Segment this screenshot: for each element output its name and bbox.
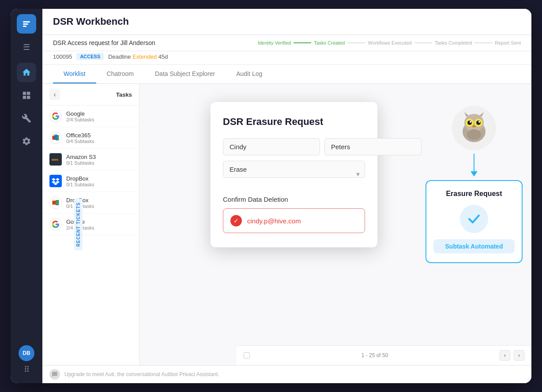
page-header: DSR Workbench [42, 9, 531, 35]
content-right: DSR Erasure Request Erase ▾ Confirm Data… [139, 84, 531, 365]
svg-marker-12 [464, 112, 469, 117]
tab-chatroom[interactable]: Chatroom [96, 65, 144, 83]
pagination-nav: ‹ › [500, 350, 524, 361]
arrow-head [470, 171, 478, 177]
google-icon-2 [49, 218, 62, 230]
email-check-icon: ✓ [230, 215, 242, 226]
tabs-bar: Worklist Chatroom Data Subject Explorer … [42, 65, 531, 84]
task-info-dropbox-1: DropBox 0/1 Subtasks [66, 175, 94, 187]
svg-rect-1 [23, 21, 30, 23]
task-info-amazon: Amazon S3 0/1 Subtasks [66, 154, 96, 166]
svg-point-17 [476, 121, 481, 125]
recent-tickets-label: RECENT TICKETS [74, 199, 83, 250]
main-panel: RECENT TICKETS ‹ Tasks Google 2/4 Subtas… [42, 84, 531, 365]
user-avatar[interactable]: DB [19, 345, 34, 361]
action-select-wrapper: Erase ▾ [223, 161, 365, 187]
dsr-id-bar: 100095 ACCESS Deadline Extended 45d [42, 51, 531, 65]
checkbox-1[interactable] [244, 352, 250, 358]
aws-icon: aws [49, 153, 62, 166]
tab-data-subject[interactable]: Data Subject Explorer [144, 65, 226, 83]
step-line-2 [347, 42, 365, 43]
action-select[interactable]: Erase [223, 161, 365, 178]
checkboxes [244, 352, 250, 358]
step-workflows: Workflows Executed [368, 40, 411, 45]
modal-area: DSR Erasure Request Erase ▾ Confirm Data… [210, 102, 523, 263]
step-line-3 [414, 42, 432, 43]
owl-and-box: Erasure Request Subtask Automated [425, 106, 523, 263]
dsr-request-bar: DSR Access request for Jill Anderson Ide… [42, 35, 531, 51]
last-name-input[interactable] [324, 138, 422, 155]
chat-bubble-icon [49, 369, 60, 380]
more-options-icon[interactable]: ⠿ [24, 365, 30, 374]
erasure-modal-title: DSR Erasure Request [223, 116, 365, 128]
erasure-modal: DSR Erasure Request Erase ▾ Confirm Data… [210, 102, 378, 248]
access-badge: ACCESS [76, 53, 104, 60]
tasks-title: Tasks [116, 91, 132, 98]
sidebar-nav [17, 63, 36, 345]
tasks-header: ‹ Tasks [42, 84, 139, 106]
erasure-box-title: Erasure Request [446, 190, 502, 198]
svg-point-18 [470, 121, 471, 123]
subtask-automated: Subtask Automated [433, 239, 515, 253]
bottom-bar: Upgrade to meet Auti, the conversational… [42, 365, 531, 383]
sidebar-bottom: DB ⠿ [19, 345, 34, 378]
next-page-btn[interactable]: › [514, 350, 524, 361]
name-fields [223, 138, 365, 155]
svg-rect-6 [54, 135, 57, 140]
progress-steps: Identity Verified Tasks Created Workflow… [258, 40, 521, 45]
pagination-info: 1 - 25 of 50 [361, 352, 388, 358]
svg-marker-13 [479, 112, 484, 117]
confirm-label: Confirm Data Deletion [223, 196, 365, 203]
sidebar-item-settings[interactable] [17, 132, 36, 151]
tab-worklist[interactable]: Worklist [53, 65, 96, 83]
task-item-office365[interactable]: Office365 0/4 Subtasks [42, 127, 139, 149]
first-name-input[interactable] [223, 138, 320, 155]
arrow-down [470, 154, 478, 177]
back-button[interactable]: ‹ [49, 89, 60, 100]
step-line-4 [474, 42, 492, 43]
svg-rect-8 [53, 201, 56, 205]
svg-text:aws: aws [52, 158, 59, 162]
task-info-google-1: Google 2/4 Subtasks [66, 110, 94, 122]
right-overlay: Erasure Request Subtask Automated [387, 102, 523, 263]
svg-point-16 [467, 121, 472, 125]
step-report: Report Sent [495, 40, 521, 45]
bottom-bar-text: Upgrade to meet Auti, the conversational… [64, 371, 219, 377]
svg-rect-2 [23, 23, 28, 25]
menu-icon[interactable]: ☰ [23, 42, 30, 52]
task-item-google-2[interactable]: Google 2/4 Subtasks [42, 214, 139, 235]
step-tasks: Tasks Created [314, 40, 345, 45]
task-item-dropbox-2[interactable]: DropBox 0/1 Subtasks [42, 192, 139, 214]
check-circle [460, 205, 488, 233]
sidebar-item-tools[interactable] [17, 109, 36, 128]
task-item-google-1[interactable]: Google 2/4 Subtasks [42, 106, 139, 127]
office-icon [49, 132, 62, 144]
step-completed: Tasks Completed [435, 40, 472, 45]
sidebar-item-home[interactable] [17, 63, 36, 82]
tasks-sidebar: ‹ Tasks Google 2/4 Subtasks [42, 84, 139, 365]
email-text: cindy.p@hive.com [247, 217, 301, 225]
step-line-1 [294, 42, 311, 43]
pagination-bar: 1 - 25 of 50 ‹ › [237, 345, 531, 365]
erasure-box: Erasure Request Subtask Automated [425, 180, 523, 263]
tab-audit-log[interactable]: Audit Log [226, 65, 273, 83]
main-content: DSR Workbench DSR Access request for Jil… [42, 9, 531, 383]
dsr-request-title: DSR Access request for Jill Anderson [53, 39, 155, 46]
task-item-dropbox-1[interactable]: DropBox 0/1 Subtasks [42, 170, 139, 192]
sidebar: ☰ DB ⠿ [11, 9, 42, 383]
svg-rect-9 [56, 200, 59, 205]
email-confirm-box[interactable]: ✓ cindy.p@hive.com [223, 208, 365, 233]
google-icon-1 [49, 110, 62, 122]
dsr-id: 100095 [53, 53, 72, 60]
svg-rect-3 [23, 26, 26, 27]
task-info-office365: Office365 0/4 Subtasks [66, 132, 94, 144]
svg-point-19 [478, 121, 480, 123]
prev-page-btn[interactable]: ‹ [500, 350, 510, 361]
page-title: DSR Workbench [53, 16, 129, 27]
owl-icon [456, 110, 492, 146]
logo[interactable] [17, 14, 36, 34]
sidebar-item-dashboard[interactable] [17, 86, 36, 105]
task-item-amazon[interactable]: aws Amazon S3 0/1 Subtasks [42, 149, 139, 170]
dropbox-office-icon [49, 196, 62, 209]
arrow-line [474, 154, 474, 171]
